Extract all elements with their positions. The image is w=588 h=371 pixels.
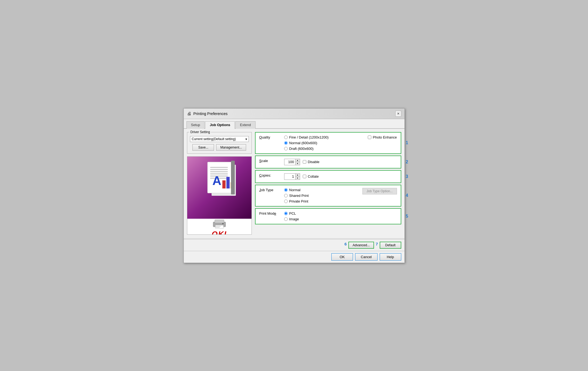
job-type-label: Job Type xyxy=(259,188,281,192)
print-mode-radio-group: PCL Image xyxy=(284,211,299,221)
copies-section: Copies: 1 ▲ ▼ Collate xyxy=(255,170,401,183)
print-mode-pcl-radio[interactable] xyxy=(284,212,288,215)
preview-area: A xyxy=(187,157,251,219)
driver-setting-label: Driver Setting xyxy=(189,130,211,134)
svg-text:A: A xyxy=(212,174,221,188)
print-mode-pcl-option[interactable]: PCL xyxy=(284,211,299,215)
svg-rect-11 xyxy=(226,177,230,188)
ok-button[interactable]: OK xyxy=(331,253,353,261)
quality-fine-option[interactable]: Fine / Detail (1200x1200) xyxy=(284,135,329,139)
copies-controls: 1 ▲ ▼ Collate xyxy=(284,173,319,180)
scale-disable-option[interactable]: Disable xyxy=(303,160,320,164)
job-type-normal-option[interactable]: Normal xyxy=(284,188,359,192)
job-type-normal-label: Normal xyxy=(289,188,301,192)
job-type-shared-radio[interactable] xyxy=(284,194,288,197)
save-button[interactable]: Save... xyxy=(192,144,214,151)
scale-input[interactable]: 100 xyxy=(284,159,295,164)
quality-section: Quality Fine / Detail (1200x1200) Normal… xyxy=(255,132,401,154)
scale-content: Scale 100 ▲ ▼ Disable xyxy=(259,159,397,165)
scale-spinbox: 100 ▲ ▼ xyxy=(284,159,300,165)
quality-right: Photo Enhance xyxy=(368,135,397,139)
quality-fine-radio[interactable] xyxy=(284,136,288,139)
svg-rect-4 xyxy=(210,169,228,170)
default-number: 7 xyxy=(376,242,378,249)
print-mode-section-number: 5 xyxy=(406,214,408,219)
driver-setting-group: Driver Setting Current setting(Default s… xyxy=(187,132,252,154)
scale-disable-checkbox[interactable] xyxy=(303,160,306,164)
printer-icon: 🖨 xyxy=(187,111,191,116)
action-buttons: 6 Advanced... 7 Default xyxy=(344,242,401,249)
copies-spin-up[interactable]: ▲ xyxy=(295,174,300,177)
bottom-bar: 6 Advanced... 7 Default xyxy=(184,239,405,251)
printing-preferences-dialog: 🖨 Printing Preferences ✕ Setup Job Optio… xyxy=(183,108,405,263)
management-button[interactable]: Management... xyxy=(216,144,246,151)
scale-spinbox-arrows: ▲ ▼ xyxy=(295,159,300,165)
copies-spinbox-arrows: ▲ ▼ xyxy=(295,174,300,180)
quality-normal-radio[interactable] xyxy=(284,141,288,145)
title-bar-left: 🖨 Printing Preferences xyxy=(187,111,228,116)
copies-spinbox: 1 ▲ ▼ xyxy=(284,173,300,180)
scale-disable-label: Disable xyxy=(308,160,320,164)
tab-extend[interactable]: Extend xyxy=(235,121,255,129)
default-button[interactable]: Default xyxy=(380,242,401,249)
print-mode-content: Print Mode PCL Image xyxy=(259,211,397,221)
scale-controls: 100 ▲ ▼ Disable xyxy=(284,159,320,165)
driver-setting-dropdown-wrapper: Current setting(Default setting) ▼ xyxy=(190,136,249,142)
tab-setup[interactable]: Setup xyxy=(186,121,205,129)
print-mode-label: Print Mode xyxy=(259,211,281,215)
driver-setting-dropdown[interactable]: Current setting(Default setting) xyxy=(190,136,249,142)
print-mode-image-label: Image xyxy=(289,217,299,221)
print-mode-image-option[interactable]: Image xyxy=(284,217,299,221)
driver-setting-buttons: Save... Management... xyxy=(190,144,249,151)
photo-enhance-option[interactable]: Photo Enhance xyxy=(368,135,397,139)
quality-content: Quality Fine / Detail (1200x1200) Normal… xyxy=(259,135,397,151)
quality-normal-option[interactable]: Normal (600x600) xyxy=(284,141,329,145)
job-type-content: Job Type Normal Shared Print Private xyxy=(259,188,397,203)
collate-checkbox[interactable] xyxy=(303,175,306,178)
preview-box: A xyxy=(187,156,252,235)
job-type-private-label: Private Print xyxy=(289,199,308,203)
quality-radio-group: Fine / Detail (1200x1200) Normal (600x60… xyxy=(284,135,329,151)
job-type-private-option[interactable]: Private Print xyxy=(284,199,359,203)
advanced-button[interactable]: Advanced... xyxy=(348,242,374,249)
dialog-title: Printing Preferences xyxy=(193,112,228,116)
scale-label: Scale xyxy=(259,159,281,163)
cancel-button[interactable]: Cancel xyxy=(355,253,377,261)
job-type-normal-radio[interactable] xyxy=(284,188,288,192)
svg-rect-13 xyxy=(231,161,235,194)
photo-enhance-checkbox[interactable] xyxy=(368,136,371,139)
oki-logo: OKI xyxy=(212,230,227,235)
copies-section-number: 3 xyxy=(406,174,408,179)
driver-setting-dropdown-row: Current setting(Default setting) ▼ xyxy=(190,136,249,142)
job-type-radio-group: Normal Shared Print Private Print xyxy=(284,188,359,203)
svg-point-17 xyxy=(222,223,223,224)
quality-draft-label: Draft (600x600) xyxy=(289,147,314,151)
quality-fine-label: Fine / Detail (1200x1200) xyxy=(289,135,329,139)
job-type-option-button[interactable]: Job Type Option... xyxy=(362,188,397,194)
printer-small-icon xyxy=(213,219,226,230)
quality-draft-option[interactable]: Draft (600x600) xyxy=(284,147,329,151)
copies-content: Copies: 1 ▲ ▼ Collate xyxy=(259,173,397,180)
quality-label: Quality xyxy=(259,135,281,139)
help-button[interactable]: Help xyxy=(380,253,401,261)
job-type-shared-option[interactable]: Shared Print xyxy=(284,194,359,198)
svg-rect-3 xyxy=(210,167,228,168)
scale-spin-up[interactable]: ▲ xyxy=(295,159,300,162)
job-type-private-radio[interactable] xyxy=(284,200,288,203)
collate-label: Collate xyxy=(308,174,319,178)
copies-input[interactable]: 1 xyxy=(284,174,295,179)
print-mode-image-radio[interactable] xyxy=(284,217,288,221)
collate-option[interactable]: Collate xyxy=(303,174,319,178)
close-button[interactable]: ✕ xyxy=(395,111,401,117)
tab-bar: Setup Job Options Extend xyxy=(184,119,405,129)
job-type-section: Job Type Normal Shared Print Private xyxy=(255,185,401,207)
svg-rect-18 xyxy=(215,226,221,227)
tab-job-options[interactable]: Job Options xyxy=(205,121,235,129)
job-type-btn-area: Job Type Option... xyxy=(362,188,397,195)
photo-enhance-label: Photo Enhance xyxy=(373,135,397,139)
quality-draft-radio[interactable] xyxy=(284,147,288,150)
quality-section-number: 1 xyxy=(406,140,408,145)
quality-normal-label: Normal (600x600) xyxy=(289,141,317,145)
copies-spin-down[interactable]: ▼ xyxy=(295,177,300,180)
scale-spin-down[interactable]: ▼ xyxy=(295,162,300,165)
